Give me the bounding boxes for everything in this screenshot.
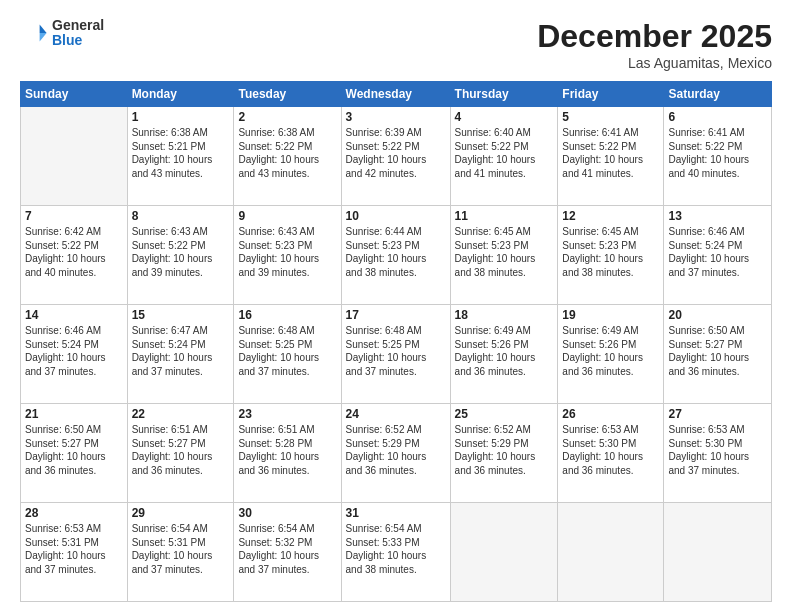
day-number: 23 (238, 407, 336, 421)
day-number: 17 (346, 308, 446, 322)
day-info: Sunrise: 6:45 AMSunset: 5:23 PMDaylight:… (455, 225, 554, 279)
day-info: Sunrise: 6:38 AMSunset: 5:21 PMDaylight:… (132, 126, 230, 180)
calendar-cell: 10Sunrise: 6:44 AMSunset: 5:23 PMDayligh… (341, 206, 450, 305)
title-month: December 2025 (537, 18, 772, 55)
title-location: Las Aguamitas, Mexico (537, 55, 772, 71)
day-number: 11 (455, 209, 554, 223)
weekday-header-tuesday: Tuesday (234, 82, 341, 107)
day-number: 13 (668, 209, 767, 223)
day-info: Sunrise: 6:53 AMSunset: 5:30 PMDaylight:… (668, 423, 767, 477)
day-info: Sunrise: 6:51 AMSunset: 5:27 PMDaylight:… (132, 423, 230, 477)
day-number: 28 (25, 506, 123, 520)
calendar-cell: 8Sunrise: 6:43 AMSunset: 5:22 PMDaylight… (127, 206, 234, 305)
day-info: Sunrise: 6:54 AMSunset: 5:32 PMDaylight:… (238, 522, 336, 576)
calendar-cell: 14Sunrise: 6:46 AMSunset: 5:24 PMDayligh… (21, 305, 128, 404)
day-number: 30 (238, 506, 336, 520)
calendar-cell: 28Sunrise: 6:53 AMSunset: 5:31 PMDayligh… (21, 503, 128, 602)
calendar-cell: 4Sunrise: 6:40 AMSunset: 5:22 PMDaylight… (450, 107, 558, 206)
day-number: 9 (238, 209, 336, 223)
calendar-cell (21, 107, 128, 206)
day-number: 18 (455, 308, 554, 322)
calendar-cell: 12Sunrise: 6:45 AMSunset: 5:23 PMDayligh… (558, 206, 664, 305)
day-number: 27 (668, 407, 767, 421)
day-number: 1 (132, 110, 230, 124)
day-info: Sunrise: 6:43 AMSunset: 5:22 PMDaylight:… (132, 225, 230, 279)
week-row-3: 14Sunrise: 6:46 AMSunset: 5:24 PMDayligh… (21, 305, 772, 404)
day-number: 7 (25, 209, 123, 223)
calendar-cell: 13Sunrise: 6:46 AMSunset: 5:24 PMDayligh… (664, 206, 772, 305)
week-row-4: 21Sunrise: 6:50 AMSunset: 5:27 PMDayligh… (21, 404, 772, 503)
logo-blue: Blue (52, 33, 104, 48)
day-info: Sunrise: 6:44 AMSunset: 5:23 PMDaylight:… (346, 225, 446, 279)
day-number: 24 (346, 407, 446, 421)
calendar-cell: 25Sunrise: 6:52 AMSunset: 5:29 PMDayligh… (450, 404, 558, 503)
calendar-table: SundayMondayTuesdayWednesdayThursdayFrid… (20, 81, 772, 602)
calendar-cell: 26Sunrise: 6:53 AMSunset: 5:30 PMDayligh… (558, 404, 664, 503)
day-number: 8 (132, 209, 230, 223)
week-row-2: 7Sunrise: 6:42 AMSunset: 5:22 PMDaylight… (21, 206, 772, 305)
calendar-cell: 22Sunrise: 6:51 AMSunset: 5:27 PMDayligh… (127, 404, 234, 503)
calendar-cell: 29Sunrise: 6:54 AMSunset: 5:31 PMDayligh… (127, 503, 234, 602)
day-info: Sunrise: 6:52 AMSunset: 5:29 PMDaylight:… (346, 423, 446, 477)
calendar-cell: 20Sunrise: 6:50 AMSunset: 5:27 PMDayligh… (664, 305, 772, 404)
day-number: 19 (562, 308, 659, 322)
day-info: Sunrise: 6:54 AMSunset: 5:31 PMDaylight:… (132, 522, 230, 576)
day-number: 12 (562, 209, 659, 223)
calendar-cell: 23Sunrise: 6:51 AMSunset: 5:28 PMDayligh… (234, 404, 341, 503)
logo-text: General Blue (52, 18, 104, 49)
day-info: Sunrise: 6:46 AMSunset: 5:24 PMDaylight:… (25, 324, 123, 378)
header: General Blue December 2025 Las Aguamitas… (20, 18, 772, 71)
calendar-cell: 2Sunrise: 6:38 AMSunset: 5:22 PMDaylight… (234, 107, 341, 206)
day-number: 14 (25, 308, 123, 322)
calendar-cell: 16Sunrise: 6:48 AMSunset: 5:25 PMDayligh… (234, 305, 341, 404)
calendar-cell: 1Sunrise: 6:38 AMSunset: 5:21 PMDaylight… (127, 107, 234, 206)
weekday-header-saturday: Saturday (664, 82, 772, 107)
day-info: Sunrise: 6:53 AMSunset: 5:30 PMDaylight:… (562, 423, 659, 477)
day-info: Sunrise: 6:49 AMSunset: 5:26 PMDaylight:… (455, 324, 554, 378)
calendar-cell: 30Sunrise: 6:54 AMSunset: 5:32 PMDayligh… (234, 503, 341, 602)
day-info: Sunrise: 6:42 AMSunset: 5:22 PMDaylight:… (25, 225, 123, 279)
day-info: Sunrise: 6:41 AMSunset: 5:22 PMDaylight:… (668, 126, 767, 180)
calendar-cell: 21Sunrise: 6:50 AMSunset: 5:27 PMDayligh… (21, 404, 128, 503)
day-info: Sunrise: 6:48 AMSunset: 5:25 PMDaylight:… (238, 324, 336, 378)
day-number: 20 (668, 308, 767, 322)
logo: General Blue (20, 18, 104, 49)
calendar-cell: 3Sunrise: 6:39 AMSunset: 5:22 PMDaylight… (341, 107, 450, 206)
day-info: Sunrise: 6:53 AMSunset: 5:31 PMDaylight:… (25, 522, 123, 576)
day-info: Sunrise: 6:49 AMSunset: 5:26 PMDaylight:… (562, 324, 659, 378)
day-number: 2 (238, 110, 336, 124)
calendar-cell: 15Sunrise: 6:47 AMSunset: 5:24 PMDayligh… (127, 305, 234, 404)
calendar-cell: 5Sunrise: 6:41 AMSunset: 5:22 PMDaylight… (558, 107, 664, 206)
calendar-cell: 31Sunrise: 6:54 AMSunset: 5:33 PMDayligh… (341, 503, 450, 602)
day-info: Sunrise: 6:38 AMSunset: 5:22 PMDaylight:… (238, 126, 336, 180)
calendar-cell: 9Sunrise: 6:43 AMSunset: 5:23 PMDaylight… (234, 206, 341, 305)
calendar-cell: 7Sunrise: 6:42 AMSunset: 5:22 PMDaylight… (21, 206, 128, 305)
day-number: 15 (132, 308, 230, 322)
calendar-cell: 18Sunrise: 6:49 AMSunset: 5:26 PMDayligh… (450, 305, 558, 404)
day-number: 16 (238, 308, 336, 322)
calendar-cell: 27Sunrise: 6:53 AMSunset: 5:30 PMDayligh… (664, 404, 772, 503)
day-number: 4 (455, 110, 554, 124)
calendar-cell (664, 503, 772, 602)
weekday-header-wednesday: Wednesday (341, 82, 450, 107)
day-info: Sunrise: 6:50 AMSunset: 5:27 PMDaylight:… (25, 423, 123, 477)
calendar-cell: 6Sunrise: 6:41 AMSunset: 5:22 PMDaylight… (664, 107, 772, 206)
weekday-header-friday: Friday (558, 82, 664, 107)
day-info: Sunrise: 6:39 AMSunset: 5:22 PMDaylight:… (346, 126, 446, 180)
day-info: Sunrise: 6:41 AMSunset: 5:22 PMDaylight:… (562, 126, 659, 180)
week-row-1: 1Sunrise: 6:38 AMSunset: 5:21 PMDaylight… (21, 107, 772, 206)
weekday-header-row: SundayMondayTuesdayWednesdayThursdayFrid… (21, 82, 772, 107)
title-block: December 2025 Las Aguamitas, Mexico (537, 18, 772, 71)
calendar-cell: 11Sunrise: 6:45 AMSunset: 5:23 PMDayligh… (450, 206, 558, 305)
day-number: 21 (25, 407, 123, 421)
day-number: 6 (668, 110, 767, 124)
logo-general: General (52, 18, 104, 33)
day-number: 22 (132, 407, 230, 421)
day-number: 26 (562, 407, 659, 421)
svg-marker-0 (40, 25, 47, 33)
calendar-cell: 19Sunrise: 6:49 AMSunset: 5:26 PMDayligh… (558, 305, 664, 404)
day-number: 25 (455, 407, 554, 421)
day-number: 10 (346, 209, 446, 223)
calendar-cell: 17Sunrise: 6:48 AMSunset: 5:25 PMDayligh… (341, 305, 450, 404)
day-info: Sunrise: 6:52 AMSunset: 5:29 PMDaylight:… (455, 423, 554, 477)
